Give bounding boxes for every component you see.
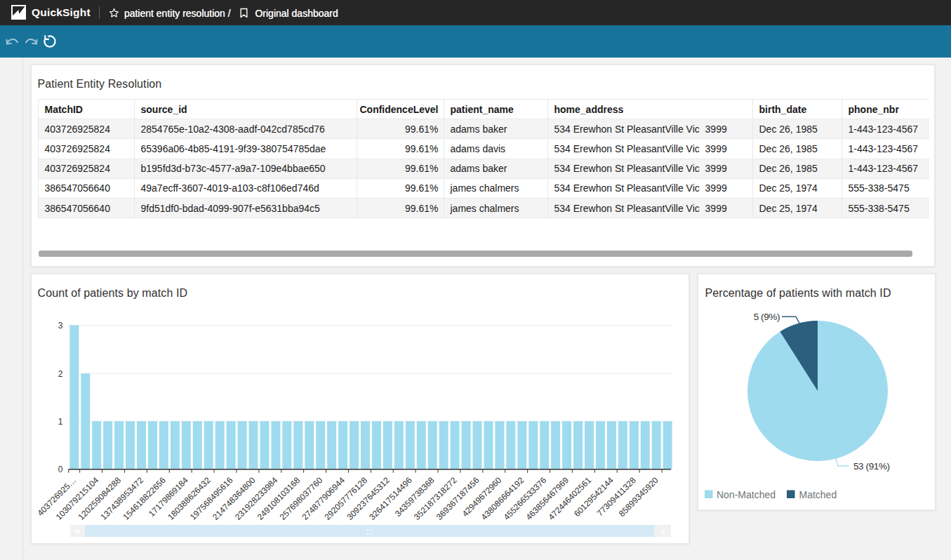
svg-text:3: 3 [58,321,63,331]
svg-text:5 (9%): 5 (9%) [754,312,780,322]
svg-text:Matched: Matched [799,489,837,500]
svg-text:Non-Matched: Non-Matched [717,489,776,500]
svg-text:53 (91%): 53 (91%) [853,461,890,472]
svg-text:85899345920: 85899345920 [617,475,660,519]
svg-text:0: 0 [58,465,63,474]
svg-text:2: 2 [58,369,63,379]
svg-text:1: 1 [58,417,63,427]
